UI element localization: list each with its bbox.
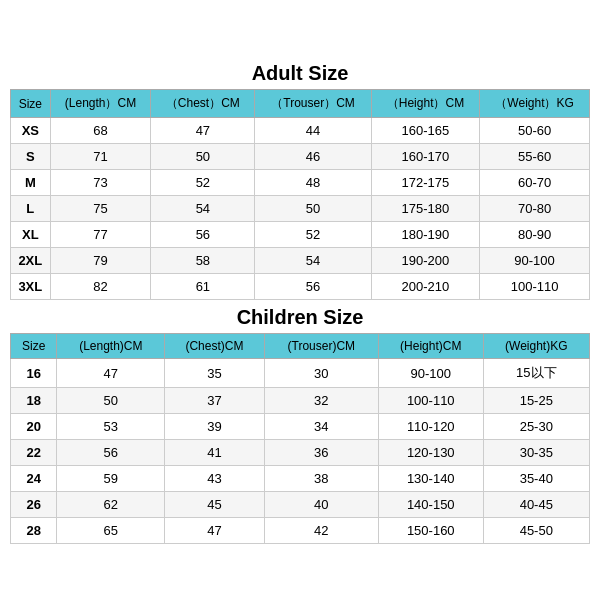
table-cell: 100-110 xyxy=(378,388,483,414)
children-header-row: Size(Length)CM(Chest)CM(Trouser)CM(Heigh… xyxy=(11,334,590,359)
adult-col-header: （Trouser）CM xyxy=(255,90,371,118)
table-cell: 45-50 xyxy=(483,518,589,544)
adult-table-body: XS684744160-16550-60S715046160-17055-60M… xyxy=(11,118,590,300)
table-cell: 48 xyxy=(255,170,371,196)
table-cell: 20 xyxy=(11,414,57,440)
table-row: 24594338130-14035-40 xyxy=(11,466,590,492)
table-cell: 200-210 xyxy=(371,274,479,300)
table-cell: 68 xyxy=(50,118,151,144)
table-cell: 52 xyxy=(151,170,255,196)
adult-col-header: (Length）CM xyxy=(50,90,151,118)
table-cell: 45 xyxy=(165,492,265,518)
table-row: S715046160-17055-60 xyxy=(11,144,590,170)
table-cell: 43 xyxy=(165,466,265,492)
table-cell: 47 xyxy=(165,518,265,544)
table-cell: 130-140 xyxy=(378,466,483,492)
table-row: 20533934110-12025-30 xyxy=(11,414,590,440)
table-cell: 15-25 xyxy=(483,388,589,414)
table-cell: 34 xyxy=(264,414,378,440)
table-cell: 18 xyxy=(11,388,57,414)
table-cell: 52 xyxy=(255,222,371,248)
table-cell: 71 xyxy=(50,144,151,170)
table-cell: 160-170 xyxy=(371,144,479,170)
table-cell: 90-100 xyxy=(378,359,483,388)
table-cell: 30-35 xyxy=(483,440,589,466)
table-cell: 120-130 xyxy=(378,440,483,466)
table-cell: XS xyxy=(11,118,51,144)
table-cell: 150-160 xyxy=(378,518,483,544)
table-cell: 54 xyxy=(151,196,255,222)
table-row: XL775652180-19080-90 xyxy=(11,222,590,248)
table-cell: L xyxy=(11,196,51,222)
table-cell: 172-175 xyxy=(371,170,479,196)
table-cell: 140-150 xyxy=(378,492,483,518)
table-cell: 56 xyxy=(57,440,165,466)
adult-col-header: Size xyxy=(11,90,51,118)
table-cell: 24 xyxy=(11,466,57,492)
table-cell: 50-60 xyxy=(480,118,590,144)
table-cell: 35-40 xyxy=(483,466,589,492)
table-cell: 15以下 xyxy=(483,359,589,388)
table-cell: 28 xyxy=(11,518,57,544)
adult-col-header: （Chest）CM xyxy=(151,90,255,118)
table-row: M735248172-17560-70 xyxy=(11,170,590,196)
table-cell: 36 xyxy=(264,440,378,466)
table-cell: 56 xyxy=(151,222,255,248)
children-col-header: (Chest)CM xyxy=(165,334,265,359)
table-cell: 58 xyxy=(151,248,255,274)
table-cell: 30 xyxy=(264,359,378,388)
table-cell: 35 xyxy=(165,359,265,388)
table-cell: 38 xyxy=(264,466,378,492)
adult-header-row: Size(Length）CM（Chest）CM（Trouser）CM（Heigh… xyxy=(11,90,590,118)
table-cell: 70-80 xyxy=(480,196,590,222)
adult-size-table: Size(Length）CM（Chest）CM（Trouser）CM（Heigh… xyxy=(10,89,590,300)
table-cell: 54 xyxy=(255,248,371,274)
children-col-header: (Height)CM xyxy=(378,334,483,359)
table-cell: 50 xyxy=(57,388,165,414)
table-cell: 22 xyxy=(11,440,57,466)
table-cell: 175-180 xyxy=(371,196,479,222)
table-cell: 79 xyxy=(50,248,151,274)
table-cell: 46 xyxy=(255,144,371,170)
table-cell: 26 xyxy=(11,492,57,518)
table-cell: 100-110 xyxy=(480,274,590,300)
table-cell: 16 xyxy=(11,359,57,388)
table-cell: 65 xyxy=(57,518,165,544)
adult-col-header: （Height）CM xyxy=(371,90,479,118)
table-cell: 75 xyxy=(50,196,151,222)
table-cell: 59 xyxy=(57,466,165,492)
table-row: L755450175-18070-80 xyxy=(11,196,590,222)
table-row: 18503732100-11015-25 xyxy=(11,388,590,414)
table-cell: 80-90 xyxy=(480,222,590,248)
table-row: 2XL795854190-20090-100 xyxy=(11,248,590,274)
table-cell: 62 xyxy=(57,492,165,518)
table-cell: 82 xyxy=(50,274,151,300)
table-cell: 190-200 xyxy=(371,248,479,274)
table-cell: 3XL xyxy=(11,274,51,300)
table-row: 3XL826156200-210100-110 xyxy=(11,274,590,300)
adult-col-header: （Weight）KG xyxy=(480,90,590,118)
adult-section-title: Adult Size xyxy=(10,56,590,89)
table-cell: 40 xyxy=(264,492,378,518)
children-table-body: 1647353090-10015以下18503732100-11015-2520… xyxy=(11,359,590,544)
children-col-header: (Weight)KG xyxy=(483,334,589,359)
table-cell: 53 xyxy=(57,414,165,440)
children-col-header: Size xyxy=(11,334,57,359)
table-cell: 40-45 xyxy=(483,492,589,518)
table-cell: 32 xyxy=(264,388,378,414)
table-cell: 77 xyxy=(50,222,151,248)
table-cell: 50 xyxy=(255,196,371,222)
table-cell: 47 xyxy=(151,118,255,144)
table-cell: 41 xyxy=(165,440,265,466)
table-cell: 25-30 xyxy=(483,414,589,440)
table-cell: M xyxy=(11,170,51,196)
table-cell: 2XL xyxy=(11,248,51,274)
table-cell: 61 xyxy=(151,274,255,300)
table-cell: 44 xyxy=(255,118,371,144)
table-row: XS684744160-16550-60 xyxy=(11,118,590,144)
table-cell: 160-165 xyxy=(371,118,479,144)
table-cell: 110-120 xyxy=(378,414,483,440)
size-chart: Adult Size Size(Length）CM（Chest）CM（Trous… xyxy=(10,56,590,544)
table-cell: 55-60 xyxy=(480,144,590,170)
children-size-table: Size(Length)CM(Chest)CM(Trouser)CM(Heigh… xyxy=(10,333,590,544)
